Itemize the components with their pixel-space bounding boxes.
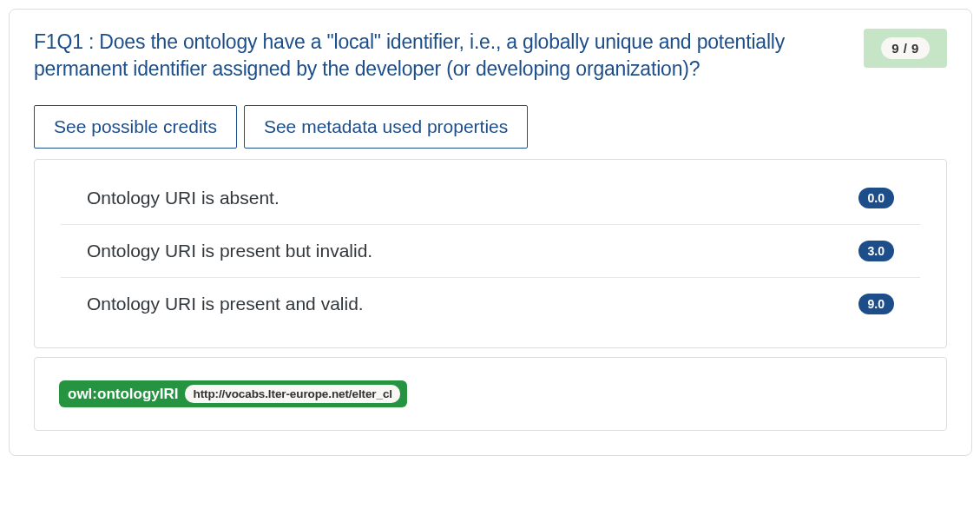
credit-value: 3.0 — [858, 241, 894, 261]
credit-label: Ontology URI is absent. — [87, 188, 280, 208]
score-badge: 9 / 9 — [864, 29, 947, 68]
credit-label: Ontology URI is present but invalid. — [87, 241, 372, 261]
see-metadata-button[interactable]: See metadata used properties — [244, 105, 528, 149]
credits-panel: Ontology URI is absent. 0.0 Ontology URI… — [34, 159, 947, 348]
question-title: F1Q1 : Does the ontology have a "local" … — [34, 29, 846, 83]
credit-label: Ontology URI is present and valid. — [87, 294, 364, 314]
credit-row: Ontology URI is present and valid. 9.0 — [61, 278, 920, 330]
see-credits-button[interactable]: See possible credits — [34, 105, 237, 149]
metadata-tag: owl:ontologyIRI http://vocabs.lter-europ… — [59, 380, 407, 407]
credit-row: Ontology URI is present but invalid. 3.0 — [61, 225, 920, 278]
credit-value: 0.0 — [858, 188, 894, 208]
credit-row: Ontology URI is absent. 0.0 — [61, 172, 920, 225]
button-row: See possible credits See metadata used p… — [34, 105, 947, 149]
score-value: 9 / 9 — [881, 37, 930, 59]
question-card: F1Q1 : Does the ontology have a "local" … — [9, 9, 972, 456]
credit-value: 9.0 — [858, 294, 894, 314]
metadata-property: owl:ontologyIRI — [68, 386, 178, 403]
metadata-panel: owl:ontologyIRI http://vocabs.lter-europ… — [34, 357, 947, 431]
metadata-uri: http://vocabs.lter-europe.net/elter_cl — [185, 385, 400, 403]
header-row: F1Q1 : Does the ontology have a "local" … — [34, 29, 947, 83]
